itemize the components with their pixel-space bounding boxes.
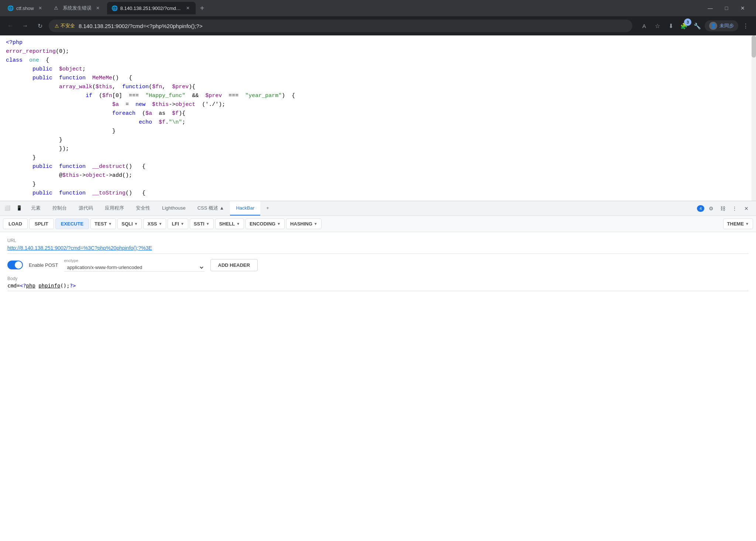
security-text: 不安全 bbox=[61, 23, 75, 29]
dt-badge-wrapper: 4 bbox=[697, 205, 704, 212]
reload-button[interactable]: ↻ bbox=[34, 20, 46, 32]
hackbar-lfi-dropdown[interactable]: LFI ▼ bbox=[168, 218, 188, 229]
hackbar-xss-dropdown[interactable]: XSS ▼ bbox=[143, 218, 166, 229]
code-line-13: }); bbox=[6, 145, 750, 154]
menu-icon[interactable]: ⋮ bbox=[740, 20, 752, 32]
post-row: Enable POST enctype application/x-www-fo… bbox=[7, 258, 749, 272]
code-line-4: public $object; bbox=[6, 65, 750, 74]
tab-favicon-3: 🌐 bbox=[111, 5, 117, 11]
tab-lighthouse[interactable]: Lighthouse bbox=[156, 201, 192, 216]
hashing-dropdown-arrow: ▼ bbox=[314, 222, 317, 226]
code-line-1: <?php bbox=[6, 38, 750, 47]
tab-sources[interactable]: 源代码 bbox=[73, 201, 99, 216]
tab-close-1[interactable]: ✕ bbox=[37, 5, 44, 11]
code-line-21: public function __toString() { bbox=[6, 189, 750, 198]
puzzle-icon[interactable]: 🧩 3 bbox=[678, 20, 690, 32]
tab-close-3[interactable]: ✕ bbox=[185, 5, 191, 11]
devtools-more-button[interactable]: ⋮ bbox=[729, 203, 740, 214]
url-value[interactable]: http://8.140.138.251:9002/?cmd=%3C?php%2… bbox=[7, 245, 152, 251]
tab-security[interactable]: 安全性 bbox=[130, 201, 156, 216]
hackbar-hashing-dropdown[interactable]: HASHING ▼ bbox=[286, 218, 322, 229]
body-value: cmd=<?php phpinfo();?> bbox=[7, 283, 76, 289]
tab-add[interactable]: + bbox=[260, 201, 275, 216]
hackbar-ssti-dropdown[interactable]: SSTI ▼ bbox=[190, 218, 214, 229]
tab-ctf-show[interactable]: 🌐 ctf.show ✕ bbox=[3, 2, 48, 14]
toggle-knob bbox=[15, 261, 22, 269]
tab-favicon-1: 🌐 bbox=[7, 5, 13, 11]
address-input[interactable]: ⚠ 不安全 8.140.138.251:9002/?cmd=<?php%20ph… bbox=[49, 20, 632, 32]
browser-chrome: 🌐 ctf.show ✕ ⚠ 系统发生错误 ✕ 🌐 8.140.138.251:… bbox=[0, 0, 756, 35]
hackbar-split-button[interactable]: SPLIT bbox=[29, 218, 54, 229]
sync-button[interactable]: 👤 未同步 bbox=[705, 20, 738, 31]
devtools-settings-button[interactable]: ⚙ bbox=[706, 203, 716, 214]
scrollbar-track[interactable] bbox=[752, 35, 756, 201]
hackbar-encoding-dropdown[interactable]: ENCODING ▼ bbox=[245, 218, 285, 229]
tab-close-2[interactable]: ✕ bbox=[94, 5, 101, 11]
tab-elements[interactable]: 元素 bbox=[25, 201, 47, 216]
xss-dropdown-arrow: ▼ bbox=[159, 222, 162, 226]
test-dropdown-arrow: ▼ bbox=[108, 222, 112, 226]
maximize-button[interactable]: □ bbox=[722, 4, 731, 13]
sqli-dropdown-arrow: ▼ bbox=[134, 222, 138, 226]
devtools-network-button[interactable]: ⛓ bbox=[718, 203, 728, 214]
scrollbar-thumb[interactable] bbox=[752, 35, 756, 58]
translate-icon[interactable]: A bbox=[638, 20, 650, 32]
toolbar-icons: A ☆ ⬇ 🧩 3 🔧 👤 未同步 ⋮ bbox=[638, 20, 752, 32]
tab-error[interactable]: ⚠ 系统发生错误 ✕ bbox=[49, 2, 106, 14]
code-line-10: echo $f."\n"; bbox=[6, 118, 750, 127]
tab-console[interactable]: 控制台 bbox=[47, 201, 73, 216]
new-tab-button[interactable]: + bbox=[197, 3, 207, 13]
url-field-group: URL http://8.140.138.251:9002/?cmd=%3C?p… bbox=[7, 238, 749, 254]
code-line-18: @$this->object->add(); bbox=[6, 171, 750, 180]
download-icon[interactable]: ⬇ bbox=[665, 20, 677, 32]
code-line-19: } bbox=[6, 180, 750, 189]
hackbar-test-dropdown[interactable]: TEST ▼ bbox=[90, 218, 116, 229]
star-icon[interactable]: ☆ bbox=[652, 20, 663, 32]
body-display[interactable]: cmd=<?php phpinfo();?> bbox=[7, 283, 749, 291]
shell-dropdown-arrow: ▼ bbox=[236, 222, 240, 226]
code-line-2: error_reporting(0); bbox=[6, 47, 750, 56]
minimize-button[interactable]: — bbox=[706, 4, 715, 13]
tab-label-2: 系统发生错误 bbox=[63, 5, 92, 11]
code-line-12: } bbox=[6, 136, 750, 145]
main-area: <?php error_reporting(0); class one { pu… bbox=[0, 35, 756, 297]
hackbar-shell-dropdown[interactable]: SHELL ▼ bbox=[215, 218, 244, 229]
hackbar-theme-dropdown[interactable]: THEME ▼ bbox=[723, 218, 753, 229]
sync-label: 未同步 bbox=[719, 23, 734, 29]
enctype-select[interactable]: application/x-www-form-urlencoded bbox=[64, 263, 205, 272]
add-header-button[interactable]: ADD HEADER bbox=[210, 259, 258, 271]
code-line-8: $a = new $this->object ('./'); bbox=[6, 100, 750, 109]
tab-hackbar[interactable]: HackBar bbox=[230, 201, 260, 216]
encoding-dropdown-arrow: ▼ bbox=[277, 222, 281, 226]
extensions-icon[interactable]: 🔧 bbox=[691, 20, 703, 32]
enctype-select-wrapper: application/x-www-form-urlencoded bbox=[64, 263, 205, 272]
enable-post-toggle[interactable] bbox=[7, 261, 23, 269]
devtools-toolbar-icons: 4 ⚙ ⛓ ⋮ ✕ bbox=[697, 203, 755, 214]
code-line-7: if ($fn[0] === "Happy_func" && $prev ===… bbox=[6, 92, 750, 100]
tab-label-1: ctf.show bbox=[16, 6, 34, 11]
tab-phpinfo[interactable]: 🌐 8.140.138.251:9002/?cmd=<?ph ✕ bbox=[107, 2, 196, 14]
close-window-button[interactable]: ✕ bbox=[738, 4, 747, 13]
code-line-5: public function MeMeMe() { bbox=[6, 74, 750, 83]
devtools-tab-bar: ⬜ 📱 元素 控制台 源代码 应用程序 安全性 Lighthouse CSS 概… bbox=[0, 201, 756, 216]
devtools-close-button[interactable]: ✕ bbox=[741, 203, 752, 214]
devtools-icon-device[interactable]: 📱 bbox=[13, 201, 25, 216]
profile-avatar: 👤 bbox=[709, 22, 717, 30]
body-section: Body cmd=<?php phpinfo();?> bbox=[7, 276, 749, 291]
enctype-label: enctype bbox=[64, 258, 205, 263]
tab-application[interactable]: 应用程序 bbox=[99, 201, 130, 216]
code-view: <?php error_reporting(0); class one { pu… bbox=[0, 35, 756, 201]
tab-label-3: 8.140.138.251:9002/?cmd=<?ph bbox=[120, 6, 182, 11]
devtools-icon-inspect[interactable]: ⬜ bbox=[1, 201, 13, 216]
hackbar-load-button[interactable]: LOAD bbox=[3, 218, 28, 229]
forward-button[interactable]: → bbox=[19, 20, 31, 32]
tab-cssoverview[interactable]: CSS 概述 ▲ bbox=[192, 201, 230, 216]
code-line-6: array_walk($this, function($fn, $prev){ bbox=[6, 83, 750, 92]
tab-bar: 🌐 ctf.show ✕ ⚠ 系统发生错误 ✕ 🌐 8.140.138.251:… bbox=[0, 0, 756, 16]
code-line-15: } bbox=[6, 154, 750, 162]
hackbar-execute-button[interactable]: EXECUTE bbox=[55, 218, 89, 229]
address-url[interactable]: 8.140.138.251:9002/?cmd=<?php%20phpinfo(… bbox=[79, 23, 626, 29]
back-button[interactable]: ← bbox=[4, 20, 16, 32]
hackbar-sqli-dropdown[interactable]: SQLI ▼ bbox=[117, 218, 142, 229]
url-display[interactable]: http://8.140.138.251:9002/?cmd=%3C?php%2… bbox=[7, 245, 749, 254]
